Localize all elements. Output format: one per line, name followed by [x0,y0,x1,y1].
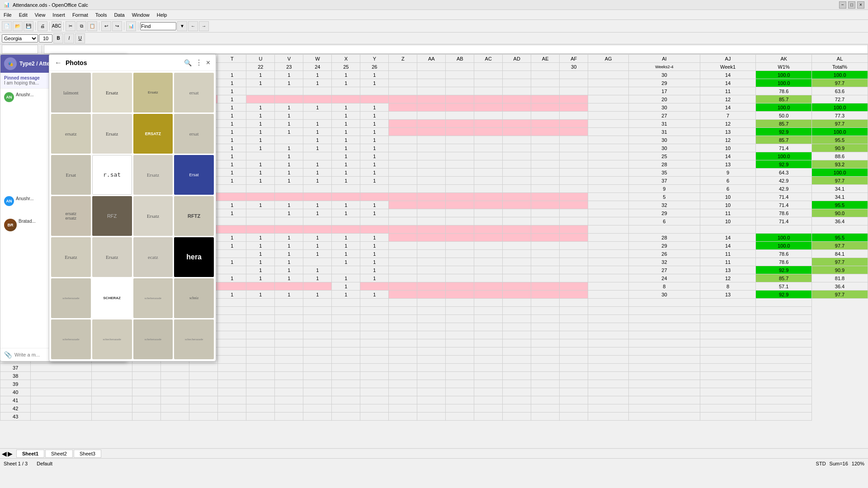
cell-empty[interactable] [503,315,531,323]
cell-data-T[interactable]: 1 [218,136,246,144]
cell-empty[interactable] [700,388,756,396]
cell-empty[interactable] [332,323,360,331]
menu-item-tools[interactable]: Tools [92,11,111,19]
cell-data-U[interactable]: 1 [246,266,275,274]
find-btn[interactable]: ▼ [177,21,187,31]
cell-extra-1[interactable] [446,209,474,217]
col-header-AI[interactable]: AI [629,55,700,63]
cell-weeks24[interactable]: 27 [629,266,700,274]
cell-data-X[interactable]: 1 [332,274,360,282]
cell-ag[interactable] [588,201,629,209]
cell-empty[interactable] [132,396,161,404]
cell-data-V[interactable]: 1 [275,250,303,258]
cell-data-V[interactable]: 1 [275,160,303,169]
cell-data-Y[interactable]: 1 [360,177,389,185]
cell-extra-0[interactable] [417,258,446,266]
photo-thumb-23[interactable]: schniz [174,278,214,318]
cell-extra-5[interactable] [560,274,588,282]
cell-empty[interactable] [275,307,303,315]
cell-empty[interactable] [417,413,446,421]
cell-empty[interactable] [275,413,303,421]
cell-extra-5[interactable] [560,144,588,152]
cell-extra-4[interactable] [531,201,560,209]
cell-extra-5[interactable] [560,242,588,250]
cell-empty[interactable] [474,347,503,356]
cell-data-T[interactable]: 1 [218,144,246,152]
cell-extra-2[interactable] [474,185,503,193]
cell-empty[interactable] [588,315,629,323]
cell-data-U[interactable] [246,87,275,95]
cell-empty[interactable] [303,356,332,364]
cell-week1[interactable]: 14 [700,152,756,160]
cell-w1pct[interactable]: 78.6 [756,258,812,266]
cell-extra-3[interactable] [503,217,531,225]
cell-empty[interactable] [700,299,756,307]
cell-empty[interactable] [446,372,474,380]
cell-extra-5[interactable] [560,258,588,266]
cell-empty[interactable] [161,388,189,396]
cell-empty[interactable] [92,388,132,396]
cell-empty[interactable] [531,331,560,339]
cell-extra-0[interactable] [417,177,446,185]
cell-extra-0[interactable] [417,128,446,136]
cell-empty[interactable] [629,356,700,364]
cell-empty[interactable] [629,323,700,331]
cell-extra-4[interactable] [531,258,560,266]
cell-extra-0[interactable] [417,291,446,299]
cell-extra-1[interactable] [446,87,474,95]
cell-empty[interactable] [218,380,246,388]
cell-extra-5[interactable] [560,217,588,225]
cell-empty[interactable] [275,331,303,339]
cell-data-Y[interactable] [360,193,389,201]
cell-empty[interactable] [303,396,332,404]
italic-btn[interactable]: I [64,33,74,43]
photo-thumb-7[interactable]: ersat [174,114,214,154]
cell-totalpct[interactable]: 90.9 [812,266,868,274]
cell-empty[interactable] [360,364,389,372]
spell-btn[interactable]: ABC [52,21,61,31]
cell-empty[interactable] [389,364,417,372]
cell-extra-3[interactable] [503,291,531,299]
cell-w1pct[interactable]: 71.4 [756,201,812,209]
col-header-Y[interactable]: Y [360,55,389,63]
cell-extra-3[interactable] [503,274,531,282]
cell-w1pct[interactable]: 78.6 [756,250,812,258]
cell-data-W[interactable]: 1 [303,128,332,136]
cell-extra-1[interactable] [446,112,474,120]
cell-data-W[interactable]: 1 [303,79,332,87]
cell-empty[interactable] [360,299,389,307]
cell-totalpct[interactable]: 100.0 [812,71,868,79]
cell-empty[interactable] [189,380,218,388]
cell-empty[interactable] [417,315,446,323]
cell-empty[interactable] [246,331,275,339]
cell-empty[interactable] [275,347,303,356]
cell-totalpct[interactable]: 100.0 [812,169,868,177]
cell-extra-0[interactable] [417,95,446,103]
cell-extra-4[interactable] [531,128,560,136]
cell-week1[interactable]: 13 [700,266,756,274]
cell-extra-2[interactable] [474,160,503,169]
cell-ag[interactable] [588,177,629,185]
cell-data-X[interactable] [332,185,360,193]
cell-empty[interactable] [531,380,560,388]
cell-empty[interactable] [588,347,629,356]
cell-week1[interactable]: 14 [700,103,756,112]
cell-extra-0[interactable] [417,282,446,291]
cell-z[interactable] [389,217,417,225]
cell-data-W[interactable]: 1 [303,234,332,242]
photo-thumb-18[interactable]: ecatz [133,237,173,277]
cell-empty[interactable] [474,323,503,331]
cell-empty[interactable] [474,315,503,323]
cell-empty[interactable] [360,356,389,364]
cell-data-V[interactable]: 1 [275,79,303,87]
cell-data-U[interactable]: 1 [246,258,275,266]
cell-empty[interactable] [189,396,218,404]
cell-empty[interactable] [161,404,189,413]
cell-empty[interactable] [303,372,332,380]
cell-empty[interactable] [389,356,417,364]
cell-data-U[interactable] [246,282,275,291]
cell-empty[interactable] [132,413,161,421]
cell-empty[interactable] [503,404,531,413]
cell-z[interactable] [389,177,417,185]
cell-empty[interactable] [31,404,92,413]
